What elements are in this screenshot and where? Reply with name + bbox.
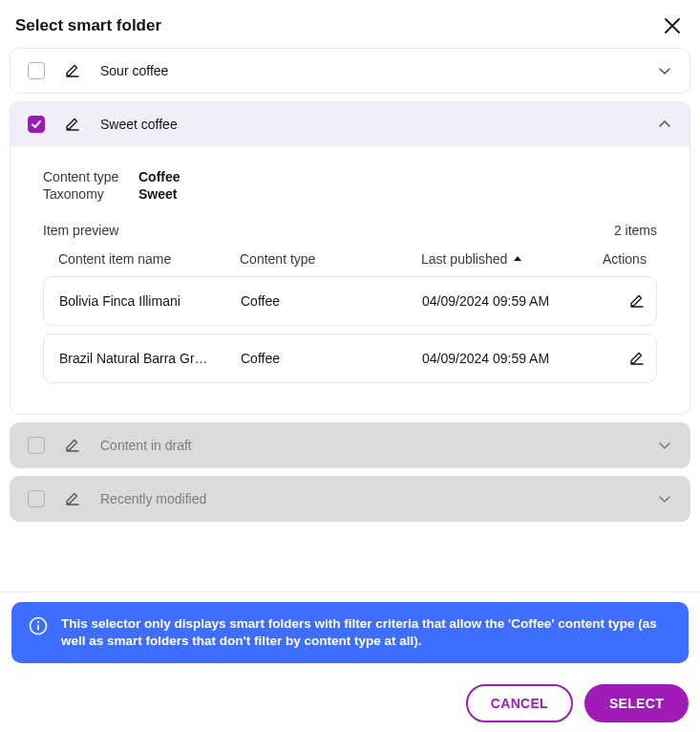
folder-checkbox[interactable]	[28, 116, 45, 133]
col-published-label: Last published	[421, 251, 507, 267]
folder-label: Sweet coffee	[100, 117, 638, 132]
modal-title: Select smart folder	[15, 16, 161, 35]
select-button[interactable]: SELECT	[584, 684, 689, 722]
svg-rect-2	[37, 624, 39, 630]
edit-icon[interactable]	[64, 62, 81, 79]
row-edit-button[interactable]	[604, 292, 670, 310]
col-name[interactable]: Content item name	[58, 251, 240, 267]
folder-label: Content in draft	[100, 438, 638, 453]
table-row: Brazil Natural Barra Gr… Coffee 04/09/20…	[43, 334, 657, 383]
cell-type: Coffee	[241, 351, 422, 366]
folder-checkbox	[28, 490, 45, 507]
edit-icon[interactable]	[64, 116, 81, 133]
col-published[interactable]: Last published	[421, 251, 603, 267]
chevron-down-icon[interactable]	[657, 438, 672, 453]
folder-item-recent: Recently modified	[10, 476, 690, 522]
cell-type: Coffee	[241, 293, 422, 309]
taxonomy-label: Taxonomy	[43, 186, 138, 202]
cell-name: Bolivia Finca Illimani	[59, 293, 241, 309]
cell-published: 04/09/2024 09:59 AM	[422, 351, 604, 366]
sort-asc-icon	[513, 254, 522, 264]
edit-icon	[628, 292, 646, 310]
folder-checkbox	[28, 437, 45, 454]
items-count: 2 items	[614, 223, 657, 238]
cell-name: Brazil Natural Barra Gr…	[59, 351, 241, 366]
info-text: This selector only displays smart folder…	[61, 615, 671, 650]
svg-point-1	[37, 620, 39, 622]
row-edit-button[interactable]	[604, 350, 670, 367]
content-type-label: Content type	[43, 169, 138, 184]
content-type-value: Coffee	[138, 169, 657, 184]
edit-icon	[628, 350, 646, 367]
table-row: Bolivia Finca Illimani Coffee 04/09/2024…	[43, 276, 657, 326]
preview-label: Item preview	[43, 223, 118, 238]
col-type[interactable]: Content type	[240, 251, 421, 267]
close-button[interactable]	[660, 13, 685, 38]
info-banner: This selector only displays smart folder…	[11, 602, 689, 663]
chevron-down-icon[interactable]	[657, 491, 672, 506]
folder-item-sweet: Sweet coffee Content type Coffee Taxonom…	[10, 101, 690, 415]
check-icon	[31, 118, 42, 130]
close-icon	[664, 17, 681, 34]
folder-item-sour[interactable]: Sour coffee	[10, 48, 690, 94]
chevron-down-icon[interactable]	[657, 63, 672, 78]
folder-label: Recently modified	[100, 491, 638, 506]
folder-row[interactable]: Sweet coffee	[11, 102, 689, 146]
chevron-up-icon[interactable]	[657, 117, 672, 132]
col-actions: Actions	[603, 251, 669, 267]
taxonomy-value: Sweet	[138, 186, 657, 202]
info-icon	[29, 616, 48, 635]
folder-label: Sour coffee	[100, 63, 638, 78]
edit-icon[interactable]	[64, 437, 81, 454]
folder-details: Content type Coffee Taxonomy Sweet Item …	[11, 146, 689, 414]
cell-published: 04/09/2024 09:59 AM	[422, 293, 604, 309]
folder-checkbox[interactable]	[28, 62, 45, 79]
folder-item-draft: Content in draft	[10, 422, 690, 468]
edit-icon[interactable]	[64, 490, 81, 507]
cancel-button[interactable]: CANCEL	[466, 684, 573, 722]
table-header: Content item name Content type Last publ…	[43, 251, 657, 276]
